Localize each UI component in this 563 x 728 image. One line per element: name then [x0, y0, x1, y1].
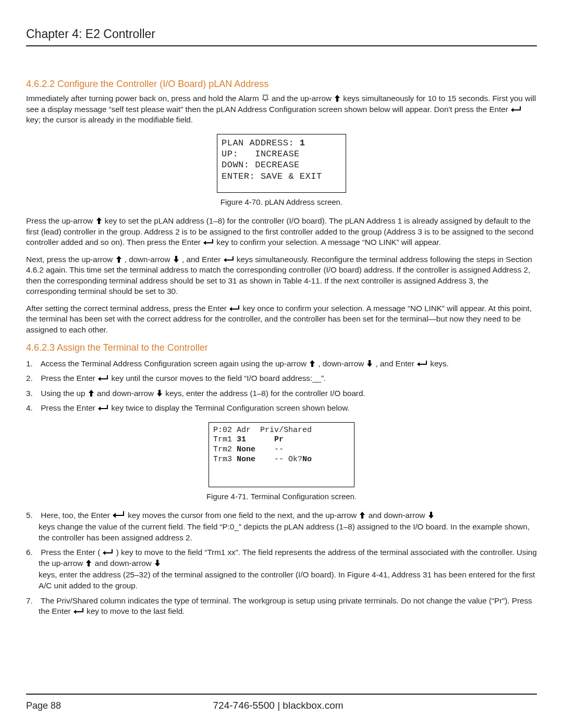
list-item: Here, too, the Enter key moves the curso…: [26, 510, 537, 544]
paragraph: Next, press the up-arrow , down-arrow , …: [26, 254, 537, 297]
screen-value: No: [302, 455, 312, 464]
figure-caption-4-70: Figure 4-70. pLAN Address screen.: [26, 197, 537, 207]
text: keys, enter the address (1–8) for the co…: [165, 389, 365, 398]
enter-icon: [112, 511, 126, 519]
screen-value: None: [237, 455, 255, 464]
enter-icon: [97, 404, 109, 412]
text: , down-arrow: [318, 359, 366, 368]
screen-text: UP: INCREASE: [222, 149, 300, 159]
paragraph: Press the up-arrow key to set the pLAN a…: [26, 216, 537, 248]
text: Next, press the up-arrow: [26, 255, 115, 264]
screen-value: 1: [300, 138, 305, 148]
website: blackbox.com: [283, 700, 343, 711]
enter-icon: [229, 305, 240, 312]
up-arrow-icon: [115, 255, 123, 263]
enter-icon: [223, 256, 235, 263]
separator: |: [275, 700, 283, 711]
text: key until the cursor moves to the field …: [111, 374, 326, 382]
screen-text: Trm3: [213, 455, 237, 464]
text: key; the cursor is already in the modifi…: [26, 115, 193, 124]
text: key to move to the last field.: [87, 607, 185, 615]
text: Press the Enter: [41, 374, 97, 382]
list-item: Access the Terminal Address Configuratio…: [26, 359, 537, 369]
list-item: Using the up and down-arrow keys, enter …: [26, 388, 537, 399]
text: Press the Enter: [41, 403, 97, 412]
steps-list-continued: Here, too, the Enter key moves the curso…: [26, 510, 537, 617]
enter-icon: [417, 360, 428, 367]
down-arrow-icon: [154, 559, 161, 567]
screen-text: Trm2: [213, 445, 237, 454]
text: key twice to display the Terminal Config…: [111, 403, 349, 412]
screen-text: ENTER: SAVE & EXIT: [222, 171, 322, 181]
screen-value: None: [237, 445, 255, 454]
enter-icon: [73, 608, 84, 615]
down-arrow-icon: [427, 511, 435, 519]
divider: [26, 45, 537, 46]
section-heading-4-6-2-3: 4.6.2.3 Assign the Terminal to the Contr…: [26, 341, 537, 354]
screen-text: P:02 Adr Priv/Shared: [213, 426, 312, 435]
text: keys change the value of the current fie…: [39, 522, 537, 543]
text: , and Enter: [376, 359, 417, 368]
text: Access the Terminal Address Configuratio…: [40, 359, 309, 368]
text: , and Enter: [182, 255, 223, 264]
screen-text: [246, 435, 274, 444]
list-item: Press the Enter key until the cursor mov…: [26, 373, 537, 384]
enter-icon: [510, 106, 522, 113]
down-arrow-icon: [173, 255, 180, 263]
up-arrow-icon: [334, 94, 341, 102]
up-arrow-icon: [359, 511, 366, 519]
screen-text: Trm1: [213, 435, 237, 444]
up-arrow-icon: [309, 359, 316, 367]
text: keys, enter the address (25–32) of the t…: [39, 570, 537, 591]
text: Using the up: [41, 389, 88, 398]
document-page: Chapter 4: E2 Controller 4.6.2.2 Configu…: [0, 0, 563, 728]
divider: [26, 694, 537, 695]
text: Immediately after turning power back on,…: [26, 94, 261, 103]
screen-text: PLAN ADDRESS:: [222, 138, 300, 148]
terminal-config-screen: P:02 Adr Priv/Shared Trm1 31 Pr Trm2 Non…: [209, 422, 354, 487]
down-arrow-icon: [366, 359, 373, 367]
down-arrow-icon: [156, 389, 163, 397]
text: , down-arrow: [125, 255, 173, 264]
phone-number: 724-746-5500: [213, 700, 275, 711]
section-heading-4-6-2-2: 4.6.2.2 Configure the Controller (I/O Bo…: [26, 78, 537, 90]
footer-contact: 724-746-5500 | blackbox.com: [61, 699, 495, 712]
text: Press the up-arrow: [26, 216, 95, 225]
page-number: Page 88: [26, 699, 61, 712]
up-arrow-icon: [85, 559, 92, 567]
text: and down-arrow: [97, 389, 156, 398]
text: Press the Enter (: [41, 548, 100, 557]
enter-icon: [102, 549, 114, 556]
list-item: Press the Enter key twice to display the…: [26, 403, 537, 414]
screen-value: 31: [237, 435, 246, 444]
text: keys.: [430, 359, 448, 368]
list-item: Press the Enter ( ) key to move to the f…: [26, 547, 537, 591]
text: key to confirm your selection. A message…: [216, 238, 441, 246]
plan-address-screen: PLAN ADDRESS: 1 UP: INCREASE DOWN: DECRE…: [217, 134, 346, 193]
enter-icon: [203, 239, 214, 246]
text: and down-arrow: [95, 559, 154, 567]
paragraph: After setting the correct terminal addre…: [26, 303, 537, 336]
text: and the up-arrow: [272, 94, 334, 103]
steps-list: Access the Terminal Address Configuratio…: [26, 359, 537, 414]
up-arrow-icon: [88, 389, 95, 397]
list-item: The Priv/Shared column indicates the typ…: [26, 596, 537, 617]
screen-text: -- Ok?: [255, 455, 302, 464]
figure-caption-4-71: Figure 4-71. Terminal Configuration scre…: [26, 491, 537, 502]
text: and down-arrow: [369, 511, 427, 520]
enter-icon: [97, 375, 109, 382]
text: After setting the correct terminal addre…: [26, 304, 229, 313]
screen-text: DOWN: DECREASE: [222, 160, 300, 170]
up-arrow-icon: [95, 216, 103, 225]
text: Here, too, the Enter: [41, 511, 112, 520]
screen-value: Pr: [274, 435, 284, 444]
text: key moves the cursor from one field to t…: [128, 511, 359, 520]
alarm-icon: [261, 94, 270, 102]
paragraph: Immediately after turning power back on,…: [26, 93, 537, 126]
screen-text: --: [255, 445, 284, 454]
page-footer: Page 88 724-746-5500 | blackbox.com: [26, 684, 537, 712]
chapter-title: Chapter 4: E2 Controller: [26, 26, 537, 42]
